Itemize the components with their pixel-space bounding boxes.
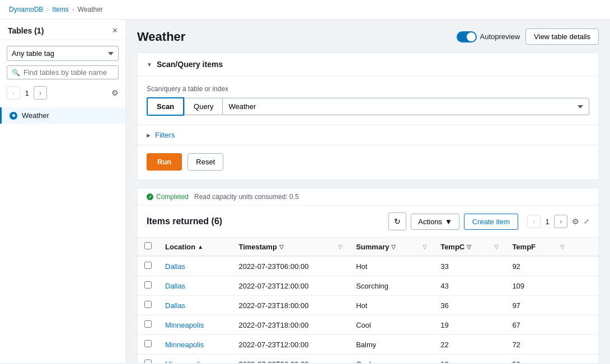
actions-label: Actions: [418, 218, 442, 226]
scan-button[interactable]: Scan: [147, 97, 184, 116]
table-row: Dallas 2022-07-23T06:00:00 Hot 33 92: [138, 256, 598, 276]
tempc-sort-icon[interactable]: ▽: [467, 244, 471, 250]
table-row: Dallas 2022-07-23T12:00:00 Scorching 43 …: [138, 276, 598, 296]
th-timestamp: Timestamp ▽ ▽: [232, 238, 349, 256]
row-checkbox-1[interactable]: [144, 281, 152, 289]
header-actions: Autopreview View table details: [457, 29, 599, 45]
th-location: Location ▲: [158, 238, 232, 256]
prev-page-button[interactable]: ‹: [7, 86, 20, 100]
table-pagination: ‹ 1 ›: [527, 215, 567, 228]
filters-arrow-icon: ▶: [147, 133, 151, 138]
th-summary: Summary ▽ ▽: [349, 238, 434, 256]
sidebar-item-label: Weather: [22, 111, 49, 120]
tempc-filter-icon[interactable]: ▽: [494, 244, 499, 250]
cell-timestamp-5: 2022-07-23T06:00:00: [232, 354, 349, 363]
summary-filter-icon[interactable]: ▽: [423, 244, 427, 250]
row-checkbox-3[interactable]: [144, 320, 152, 328]
row-checkbox-4[interactable]: [144, 340, 152, 347]
tag-select[interactable]: Any table tag: [7, 46, 119, 61]
cell-tempc-2: 36: [434, 296, 505, 315]
table-row: Minneapolis 2022-07-23T06:00:00 Cool 13 …: [138, 354, 598, 363]
row-checkbox-cell: [138, 315, 158, 335]
cell-summary-5: Cool: [349, 354, 434, 363]
expand-button[interactable]: ⤢: [584, 218, 589, 225]
sidebar-settings-button[interactable]: ⚙: [111, 88, 119, 97]
actions-button[interactable]: Actions ▼: [411, 214, 459, 230]
th-tempf: TempF ▽: [505, 238, 598, 256]
table-row: Minneapolis 2022-07-23T18:00:00 Cool 19 …: [138, 315, 598, 335]
main-content: Weather Autopreview View table details ▼…: [126, 20, 610, 363]
sidebar-close-button[interactable]: ×: [112, 26, 118, 35]
filters-row[interactable]: ▶ Filters: [138, 125, 598, 145]
autopreview-label: Autopreview: [480, 32, 520, 41]
summary-sort-icon[interactable]: ▽: [391, 244, 396, 250]
capacity-text: Read capacity units consumed: 0.5: [194, 193, 299, 201]
results-page-number: 1: [543, 218, 552, 226]
section-arrow-icon: ▼: [147, 62, 152, 68]
results-title: Items returned (6): [147, 216, 222, 226]
scan-query-header[interactable]: ▼ Scan/Query items: [138, 53, 598, 76]
cell-summary-0: Hot: [349, 256, 434, 276]
breadcrumb-dynamodb[interactable]: DynamoDB: [9, 6, 43, 13]
autopreview-toggle-label[interactable]: Autopreview: [457, 31, 520, 42]
row-checkbox-cell: [138, 256, 158, 276]
timestamp-sort-icon[interactable]: ▽: [279, 244, 284, 250]
cell-location-4: Minneapolis: [158, 335, 232, 354]
refresh-button[interactable]: ↻: [388, 212, 406, 230]
breadcrumb-sep1: ›: [46, 6, 49, 13]
location-link-4[interactable]: Minneapolis: [165, 341, 204, 349]
breadcrumb: DynamoDB › Items › Weather: [0, 0, 610, 20]
cell-tempc-5: 13: [434, 354, 505, 363]
cell-tempc-0: 33: [434, 256, 505, 276]
cell-location-0: Dallas: [158, 256, 232, 276]
location-link-2[interactable]: Dallas: [165, 301, 185, 310]
cell-summary-4: Balmy: [349, 335, 434, 354]
row-checkbox-cell: [138, 335, 158, 354]
query-button[interactable]: Query: [184, 98, 222, 115]
run-button[interactable]: Run: [147, 153, 182, 171]
filters-label: Filters: [155, 131, 175, 139]
completed-badge: ✓ Completed: [147, 193, 189, 201]
location-link-3[interactable]: Minneapolis: [165, 321, 204, 329]
row-checkbox-5[interactable]: [144, 360, 152, 363]
table-row: Dallas 2022-07-23T18:00:00 Hot 36 97: [138, 296, 598, 315]
scan-query-row: Scan Query Weather: [147, 97, 589, 116]
status-row: ✓ Completed Read capacity units consumed…: [138, 188, 598, 206]
results-settings-button[interactable]: ⚙: [572, 217, 579, 226]
location-link-5[interactable]: Minneapolis: [165, 360, 204, 363]
action-row: Run Reset: [138, 145, 598, 179]
page-header: Weather Autopreview View table details: [137, 29, 599, 45]
autopreview-toggle[interactable]: [457, 31, 477, 42]
reset-button[interactable]: Reset: [187, 153, 223, 171]
cell-timestamp-1: 2022-07-23T12:00:00: [232, 276, 349, 296]
location-link-0[interactable]: Dallas: [165, 262, 185, 271]
breadcrumb-sep2: ›: [72, 6, 74, 13]
results-header: Items returned (6) ↻ Actions ▼ Create it…: [138, 206, 598, 238]
view-table-details-button[interactable]: View table details: [525, 29, 599, 45]
cell-tempf-5: 56: [505, 354, 598, 363]
search-input[interactable]: [24, 68, 114, 77]
row-checkbox-0[interactable]: [144, 262, 152, 269]
cell-summary-3: Cool: [349, 315, 434, 335]
timestamp-filter-icon[interactable]: ▽: [338, 244, 342, 250]
scan-query-card: ▼ Scan/Query items Scan/query a table or…: [137, 53, 599, 180]
row-checkbox-2[interactable]: [144, 301, 152, 308]
results-prev-page-button[interactable]: ‹: [527, 215, 541, 228]
cell-timestamp-0: 2022-07-23T06:00:00: [232, 256, 349, 276]
select-all-checkbox[interactable]: [144, 242, 152, 249]
breadcrumb-items[interactable]: Items: [52, 6, 68, 13]
cell-tempc-1: 43: [434, 276, 505, 296]
cell-tempc-3: 19: [434, 315, 505, 335]
create-item-button[interactable]: Create item: [464, 214, 518, 230]
results-next-page-button[interactable]: ›: [554, 215, 567, 228]
tempf-filter-icon[interactable]: ▽: [560, 244, 565, 250]
sidebar: Tables (1) × Any table tag 🔍 ‹ 1 › ⚙: [0, 20, 126, 363]
scan-query-title: Scan/Query items: [157, 60, 223, 69]
sidebar-item-weather[interactable]: Weather: [0, 107, 125, 124]
location-sort-asc-icon[interactable]: ▲: [198, 244, 203, 250]
location-link-1[interactable]: Dallas: [165, 282, 185, 290]
next-page-button[interactable]: ›: [34, 86, 47, 100]
table-select[interactable]: Weather: [222, 98, 589, 115]
search-icon: 🔍: [12, 69, 20, 77]
pagination-row: ‹ 1 › ⚙: [7, 84, 119, 102]
